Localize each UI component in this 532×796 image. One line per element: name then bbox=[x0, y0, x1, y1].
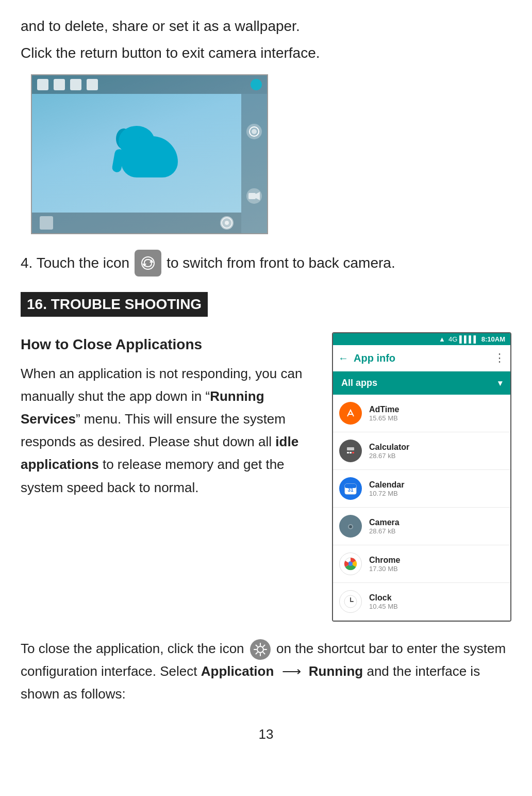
menu-dots-icon[interactable]: ⋮ bbox=[494, 351, 505, 365]
phone-mockup: ▲ 4G ▌▌▌▌ 8:10AM ← App info ⋮ All apps bbox=[332, 332, 511, 622]
page-content: and to delete, share or set it as a wall… bbox=[0, 0, 532, 773]
signal-bars: ▌▌▌▌ bbox=[459, 335, 478, 343]
cam-icon-3 bbox=[70, 79, 81, 90]
camera-screenshot bbox=[31, 74, 268, 234]
clock-name: Clock bbox=[369, 593, 398, 603]
svg-rect-13 bbox=[350, 452, 352, 453]
list-item[interactable]: Clock 10.45 MB bbox=[333, 583, 510, 621]
time-display: 8:10AM bbox=[481, 335, 505, 343]
cam-gallery-icon bbox=[40, 216, 53, 230]
svg-rect-12 bbox=[347, 452, 349, 453]
calendar-info: Calendar 10.72 MB bbox=[369, 480, 404, 497]
svg-rect-11 bbox=[347, 447, 354, 450]
left-column: How to Close Applications When an applic… bbox=[21, 332, 317, 499]
elephant-graphic bbox=[113, 126, 186, 183]
camera-bottom-bar bbox=[32, 213, 241, 233]
adtime-icon bbox=[339, 402, 362, 425]
body-paragraph: When an application is not responding, y… bbox=[21, 362, 317, 499]
cam-settings-icon bbox=[220, 216, 234, 230]
clock-size: 10.45 MB bbox=[369, 603, 398, 610]
chrome-info: Chrome 17.30 MB bbox=[369, 556, 400, 573]
section-header: 16. TROUBLE SHOOTING bbox=[21, 292, 208, 317]
app-info-title: App info bbox=[354, 352, 489, 364]
clock-icon bbox=[339, 590, 362, 613]
list-item[interactable]: 31 Calendar 10.72 MB bbox=[333, 470, 510, 508]
bottom-para1: To close the application, click the icon… bbox=[21, 637, 511, 706]
chrome-size: 17.30 MB bbox=[369, 565, 400, 573]
svg-point-20 bbox=[349, 525, 352, 528]
list-item[interactable]: AdTime 15.65 MB bbox=[333, 395, 510, 432]
calculator-info: Calculator 28.67 kB bbox=[369, 443, 409, 460]
camera-name: Camera bbox=[369, 518, 400, 527]
cam-icon-4 bbox=[87, 79, 98, 90]
step4-line: 4. Touch the icon to switch from front t… bbox=[21, 250, 511, 277]
svg-marker-3 bbox=[256, 192, 260, 200]
cam-icon-2 bbox=[54, 79, 65, 90]
list-item[interactable]: Camera 28.67 kB bbox=[333, 508, 510, 545]
svg-text:31: 31 bbox=[347, 487, 354, 493]
camera-top-bar bbox=[32, 75, 267, 94]
arrow-right-icon: ⟶ bbox=[282, 660, 301, 683]
list-item[interactable]: Calculator 28.67 kB bbox=[333, 432, 510, 470]
step4-text-after: to switch from front to back camera. bbox=[167, 255, 395, 271]
chrome-name: Chrome bbox=[369, 556, 400, 565]
adtime-info: AdTime 15.65 MB bbox=[369, 405, 399, 422]
app-list: AdTime 15.65 MB Calculator 28.67 kB bbox=[333, 395, 510, 621]
back-arrow-icon[interactable]: ← bbox=[338, 352, 348, 364]
wifi-icon: ▲ bbox=[439, 335, 445, 343]
adtime-size: 15.65 MB bbox=[369, 414, 399, 422]
cam-icon-1 bbox=[37, 79, 48, 90]
svg-rect-21 bbox=[348, 522, 353, 524]
video-icon bbox=[246, 188, 262, 204]
all-apps-label: All apps bbox=[341, 378, 377, 388]
section-title: How to Close Applications bbox=[21, 332, 317, 357]
calculator-name: Calculator bbox=[369, 443, 409, 452]
camera-info: Camera 28.67 kB bbox=[369, 518, 400, 535]
shutter-icon bbox=[246, 124, 262, 139]
list-item[interactable]: Chrome 17.30 MB bbox=[333, 545, 510, 583]
chrome-app-icon bbox=[339, 553, 362, 575]
svg-point-5 bbox=[225, 221, 229, 225]
camera-icon bbox=[339, 515, 362, 538]
camera-switch-icon bbox=[135, 250, 161, 277]
svg-point-24 bbox=[348, 562, 353, 566]
chevron-down-icon: ▾ bbox=[498, 378, 502, 388]
calendar-icon: 31 bbox=[339, 477, 362, 500]
svg-rect-2 bbox=[248, 193, 256, 199]
elephant-body bbox=[121, 136, 178, 177]
svg-point-9 bbox=[344, 407, 357, 419]
bottom-text: To close the application, click the icon… bbox=[21, 637, 511, 706]
body-text4: To close the application, click the icon bbox=[21, 641, 244, 656]
running-label: Running bbox=[309, 663, 363, 679]
cam-icon-mode bbox=[251, 79, 262, 90]
calculator-size: 28.67 kB bbox=[369, 452, 409, 460]
signal-icon: 4G ▌▌▌▌ bbox=[448, 335, 478, 343]
page-number: 13 bbox=[21, 726, 511, 742]
phone-allapps-bar[interactable]: All apps ▾ bbox=[333, 371, 510, 395]
intro-line1: and to delete, share or set it as a wall… bbox=[21, 15, 511, 37]
svg-point-28 bbox=[257, 646, 263, 653]
intro-line2: Click the return button to exit camera i… bbox=[21, 42, 511, 64]
right-column: ▲ 4G ▌▌▌▌ 8:10AM ← App info ⋮ All apps bbox=[332, 332, 511, 622]
svg-point-6 bbox=[142, 257, 154, 269]
calendar-size: 10.72 MB bbox=[369, 490, 404, 497]
phone-status-bar: ▲ 4G ▌▌▌▌ 8:10AM bbox=[333, 333, 510, 345]
svg-rect-14 bbox=[352, 452, 354, 453]
camera-right-bar bbox=[241, 94, 267, 233]
clock-info: Clock 10.45 MB bbox=[369, 593, 398, 610]
calendar-name: Calendar bbox=[369, 480, 404, 490]
adtime-name: AdTime bbox=[369, 405, 399, 414]
phone-appinfo-bar: ← App info ⋮ bbox=[333, 345, 510, 371]
settings-icon-inline bbox=[250, 639, 271, 660]
camera-size: 28.67 kB bbox=[369, 527, 400, 535]
step4-text-before: 4. Touch the icon bbox=[21, 255, 129, 271]
calculator-icon bbox=[339, 440, 362, 462]
svg-point-1 bbox=[252, 129, 257, 134]
application-label: Application bbox=[201, 663, 274, 679]
main-layout: How to Close Applications When an applic… bbox=[21, 332, 511, 622]
